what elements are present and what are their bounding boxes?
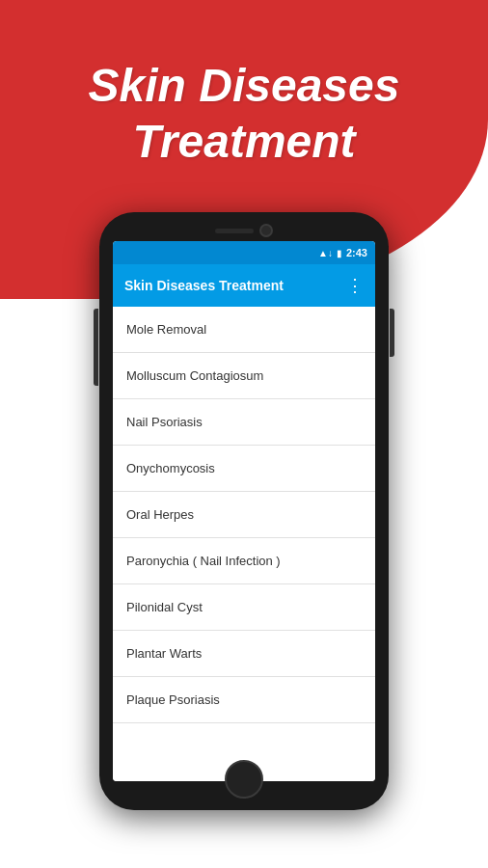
list-item[interactable]: Mole Removal — [113, 307, 375, 353]
list-item-text: Pilonidal Cyst — [126, 600, 203, 614]
app-title: Skin Diseases Treatment — [0, 58, 488, 169]
list-item[interactable]: Pilonidal Cyst — [113, 584, 375, 631]
phone-frame: ▲↓ ▮ 2:43 Skin Diseases Treatment ⋮ Mole… — [99, 212, 389, 810]
list-item[interactable]: Onychomycosis — [113, 446, 375, 492]
list-item-text: Plaque Psoriasis — [126, 692, 220, 707]
list-item-text: Oral Herpes — [126, 507, 194, 522]
status-bar: ▲↓ ▮ 2:43 — [113, 241, 375, 264]
home-button[interactable] — [225, 760, 263, 799]
list-item-text: Plantar Warts — [126, 646, 202, 661]
phone-screen: ▲↓ ▮ 2:43 Skin Diseases Treatment ⋮ Mole… — [113, 241, 375, 781]
app-title-line1: Skin Diseases — [0, 58, 488, 114]
toolbar-title: Skin Diseases Treatment — [124, 278, 284, 293]
battery-icon: ▮ — [337, 248, 342, 258]
speaker — [215, 229, 254, 233]
list-item[interactable]: Nail Psoriasis — [113, 399, 375, 446]
list-item[interactable]: Paronychia ( Nail Infection ) — [113, 538, 375, 584]
list-item[interactable]: Oral Herpes — [113, 492, 375, 538]
app-toolbar: Skin Diseases Treatment ⋮ — [113, 264, 375, 307]
phone-top-bar — [99, 212, 389, 241]
signal-icon: ▲↓ — [318, 248, 333, 258]
status-time: 2:43 — [346, 247, 367, 258]
list-item[interactable]: Plaque Psoriasis — [113, 677, 375, 723]
list-container: Mole RemovalMolluscum ContagiosumNail Ps… — [113, 307, 375, 781]
menu-icon[interactable]: ⋮ — [346, 275, 364, 296]
camera — [259, 224, 273, 237]
list-item-text: Paronychia ( Nail Infection ) — [126, 554, 281, 568]
app-title-line2: Treatment — [0, 114, 488, 170]
list-item-text: Molluscum Contagiosum — [126, 368, 263, 383]
list-item-text: Onychomycosis — [126, 461, 215, 475]
list-item-text: Nail Psoriasis — [126, 415, 203, 429]
list-item-text: Mole Removal — [126, 322, 206, 337]
list-item[interactable]: Plantar Warts — [113, 631, 375, 677]
list-item[interactable]: Molluscum Contagiosum — [113, 353, 375, 399]
